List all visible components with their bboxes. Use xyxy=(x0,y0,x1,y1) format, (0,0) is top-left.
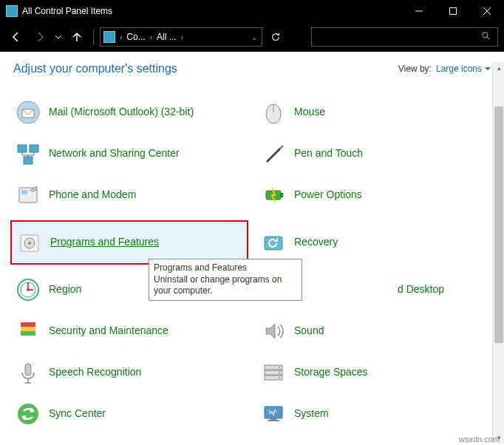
item-security[interactable]: Security and Maintenance xyxy=(10,315,248,347)
recovery-icon xyxy=(260,229,287,256)
svg-rect-21 xyxy=(265,237,282,250)
item-label: Mail (Microsoft Outlook) (32-bit) xyxy=(49,106,194,119)
watermark: wsxdn.com xyxy=(459,435,500,444)
svg-rect-12 xyxy=(30,145,38,152)
taskbar-icon xyxy=(260,442,287,445)
viewby-value: Large icons xyxy=(436,64,482,74)
item-label: Storage Spaces xyxy=(294,366,368,379)
item-label: Mouse xyxy=(294,106,325,119)
item-label: Recovery xyxy=(294,236,338,249)
item-label: Sound xyxy=(294,325,324,338)
item-label: Programs and Features xyxy=(50,236,159,249)
item-sound[interactable]: Sound xyxy=(256,315,494,347)
item-mail[interactable]: Mail (Microsoft Outlook) (32-bit) xyxy=(10,96,248,129)
svg-line-5 xyxy=(487,36,490,39)
pen-icon xyxy=(260,140,287,167)
nav-separator xyxy=(93,29,94,45)
svg-point-4 xyxy=(483,32,488,37)
chevron-right-icon[interactable]: › xyxy=(180,33,185,41)
navbar: › Co... › All ... › ⌄ xyxy=(0,22,504,52)
scroll-up-arrow[interactable]: ▴ xyxy=(493,62,504,74)
address-dropdown[interactable]: ⌄ xyxy=(250,33,259,41)
svg-rect-1 xyxy=(450,8,457,15)
svg-rect-17 xyxy=(281,193,283,197)
address-icon xyxy=(103,31,115,43)
up-button[interactable] xyxy=(67,27,87,47)
svg-rect-13 xyxy=(24,157,33,164)
item-label: Network and Sharing Center xyxy=(49,147,180,160)
storage-icon xyxy=(260,359,287,386)
forward-button[interactable] xyxy=(30,27,50,47)
tooltip-title: Programs and Features xyxy=(154,262,297,274)
item-mouse[interactable]: Mouse xyxy=(256,96,494,129)
item-label: Pen and Touch xyxy=(294,147,363,160)
svg-point-36 xyxy=(279,377,280,378)
network-icon xyxy=(15,140,41,167)
item-tablet[interactable]: Tablet PC Settings xyxy=(10,439,248,445)
svg-point-34 xyxy=(279,367,280,368)
breadcrumb-all-items[interactable]: All ... xyxy=(154,32,180,42)
programs-icon xyxy=(16,229,43,256)
system-icon xyxy=(260,401,287,427)
svg-point-20 xyxy=(28,242,31,245)
svg-rect-27 xyxy=(21,322,35,327)
svg-rect-15 xyxy=(21,190,27,194)
item-pen[interactable]: Pen and Touch xyxy=(256,137,494,170)
svg-point-35 xyxy=(279,372,280,373)
search-icon xyxy=(481,31,491,44)
svg-rect-11 xyxy=(18,145,27,152)
item-label: Sync Center xyxy=(49,407,106,421)
window-title: All Control Panel Items xyxy=(22,6,402,16)
power-icon xyxy=(260,182,287,208)
item-taskbar[interactable]: Taskbar and Navigation xyxy=(256,439,494,445)
viewby-dropdown[interactable]: Large icons xyxy=(436,64,491,74)
phone-icon xyxy=(15,182,41,208)
address-bar[interactable]: › Co... › All ... › ⌄ xyxy=(100,27,262,47)
maximize-button[interactable] xyxy=(436,0,470,22)
item-phone[interactable]: Phone and Modem xyxy=(10,179,248,211)
item-label: Security and Maintenance xyxy=(49,325,168,338)
mail-icon xyxy=(15,99,41,126)
app-icon xyxy=(6,5,18,17)
viewby-label: View by: xyxy=(398,64,432,74)
svg-point-26 xyxy=(27,288,30,291)
svg-point-37 xyxy=(18,404,38,424)
item-label: Phone and Modem xyxy=(49,188,136,202)
minimize-button[interactable] xyxy=(402,0,436,22)
tooltip: Programs and Features Uninstall or chang… xyxy=(149,259,302,301)
item-system[interactable]: System xyxy=(256,398,494,430)
svg-rect-39 xyxy=(270,418,276,420)
scrollbar-thumb[interactable] xyxy=(494,106,503,343)
page-title: Adjust your computer's settings xyxy=(13,62,398,75)
tooltip-desc: Uninstall or change programs on your com… xyxy=(154,274,282,296)
item-storage[interactable]: Storage Spaces xyxy=(256,356,494,389)
back-button[interactable] xyxy=(6,27,27,47)
item-label: Speech Recognition xyxy=(49,366,141,379)
svg-rect-28 xyxy=(21,327,35,331)
close-button[interactable] xyxy=(470,0,504,22)
svg-rect-29 xyxy=(21,331,35,336)
sound-icon xyxy=(260,318,287,344)
svg-rect-30 xyxy=(25,364,31,376)
recent-dropdown[interactable] xyxy=(53,27,64,47)
speech-icon xyxy=(15,359,41,386)
sync-icon xyxy=(15,401,41,427)
item-label: Region xyxy=(49,283,81,296)
item-recovery[interactable]: Recovery xyxy=(256,220,494,265)
refresh-button[interactable] xyxy=(265,27,286,47)
chevron-right-icon[interactable]: › xyxy=(118,33,123,41)
tablet-icon xyxy=(15,442,41,445)
search-input[interactable] xyxy=(311,27,498,47)
item-network[interactable]: Network and Sharing Center xyxy=(10,137,248,170)
item-speech[interactable]: Speech Recognition xyxy=(10,356,248,389)
vertical-scrollbar[interactable]: ▴ ▾ xyxy=(492,62,504,444)
content-header: Adjust your computer's settings View by:… xyxy=(0,52,504,83)
item-sync[interactable]: Sync Center xyxy=(10,398,248,430)
mouse-icon xyxy=(260,99,287,126)
item-label: System xyxy=(294,407,329,421)
breadcrumb-control-panel[interactable]: Co... xyxy=(123,32,148,42)
item-power[interactable]: Power Options xyxy=(256,179,494,211)
chevron-down-icon xyxy=(485,66,491,72)
chevron-right-icon[interactable]: › xyxy=(149,33,154,41)
item-programs[interactable]: Programs and Features xyxy=(10,220,248,265)
